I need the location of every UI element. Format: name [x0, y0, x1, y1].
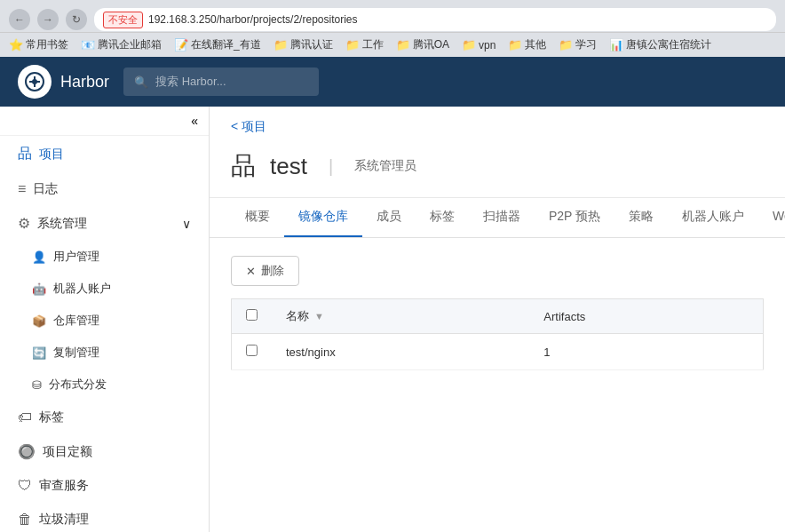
- bookmark-label-4: 工作: [362, 37, 384, 52]
- sidebar-item-robot-accounts[interactable]: 🤖 机器人账户: [0, 273, 209, 305]
- logs-icon: ≡: [18, 181, 26, 197]
- tab-p2p[interactable]: P2P 预热: [535, 198, 615, 237]
- sidebar: « 品 项目 ≡ 日志 ⚙ 系统管理 ∨ 👤 用户管理: [0, 107, 210, 532]
- th-artifacts: Artifacts: [529, 299, 763, 334]
- sidebar-item-projects[interactable]: 品 项目: [0, 136, 209, 172]
- robot-icon: 🤖: [32, 282, 46, 296]
- content-area: < 项目 品 test | 系统管理员 概要 镜像仓库 成员 标签 扫描器 P2…: [210, 107, 785, 532]
- sidebar-item-quota-label: 项目定额: [43, 444, 92, 460]
- tab-repositories[interactable]: 镜像仓库: [284, 198, 362, 237]
- app-title: Harbor: [60, 73, 109, 91]
- bookmark-icon-2: 📝: [174, 38, 188, 52]
- project-role: 系统管理员: [354, 158, 416, 174]
- sidebar-item-project-quota[interactable]: 🔘 项目定额: [0, 434, 209, 469]
- gc-icon: 🗑: [18, 512, 32, 528]
- row-name-cell[interactable]: test/nginx: [272, 334, 529, 370]
- toolbar: ✕ 删除: [231, 256, 764, 286]
- sidebar-item-distribution[interactable]: ⛁ 分布式分发: [0, 369, 209, 401]
- bookmark-icon-5: 📁: [396, 38, 410, 52]
- bookmark-label-2: 在线翻译_有道: [191, 37, 261, 52]
- url-bar[interactable]: 不安全 192.168.3.250/harbor/projects/2/repo…: [94, 8, 776, 31]
- app-layout: Harbor 🔍 搜索 Harbor... « 品 项目 ≡ 日志 ⚙: [0, 57, 785, 532]
- select-all-checkbox[interactable]: [246, 309, 258, 321]
- row-checkbox[interactable]: [246, 345, 258, 356]
- replication-icon: 🔄: [32, 346, 46, 360]
- row-checkbox-cell: [232, 334, 273, 370]
- sidebar-item-logs[interactable]: ≡ 日志: [0, 172, 209, 206]
- sidebar-item-users-label: 用户管理: [53, 249, 99, 265]
- sidebar-item-projects-label: 项目: [39, 147, 64, 163]
- bookmark-icon-9: 📊: [609, 38, 623, 52]
- tab-webhook[interactable]: Webhook: [758, 198, 785, 237]
- delete-icon: ✕: [246, 265, 256, 278]
- bookmark-6[interactable]: 📁 vpn: [462, 38, 496, 52]
- filter-icon[interactable]: ▼: [314, 311, 324, 322]
- bookmark-8[interactable]: 📁 学习: [559, 37, 597, 52]
- bookmark-label-8: 学习: [575, 37, 597, 52]
- table-header-row: 名称 ▼ Artifacts: [232, 299, 764, 334]
- bookmark-icon-6: 📁: [462, 38, 476, 52]
- forward-button[interactable]: →: [37, 9, 59, 30]
- bookmark-2[interactable]: 📝 在线翻译_有道: [174, 37, 261, 52]
- sidebar-item-gc[interactable]: 🗑 垃圾清理: [0, 503, 209, 532]
- project-divider: |: [329, 156, 333, 177]
- sidebar-item-audit-label: 审查服务: [39, 478, 89, 494]
- search-icon: 🔍: [134, 75, 148, 89]
- top-nav: Harbor 🔍 搜索 Harbor...: [0, 57, 785, 107]
- main-area: « 品 项目 ≡ 日志 ⚙ 系统管理 ∨ 👤 用户管理: [0, 107, 785, 532]
- tab-scanner[interactable]: 扫描器: [469, 198, 535, 237]
- bookmark-label-7: 其他: [525, 37, 546, 52]
- sidebar-item-warehouse[interactable]: 📦 仓库管理: [0, 305, 209, 337]
- tabs-bar: 概要 镜像仓库 成员 标签 扫描器 P2P 预热 策略 机器人账户 Webhoo…: [210, 198, 785, 238]
- refresh-button[interactable]: ↻: [66, 9, 87, 30]
- project-name: test: [270, 153, 307, 180]
- search-bar[interactable]: 🔍 搜索 Harbor...: [123, 67, 319, 96]
- tab-robot-accounts[interactable]: 机器人账户: [668, 198, 758, 237]
- sidebar-item-replication[interactable]: 🔄 复制管理: [0, 337, 209, 369]
- sidebar-item-sysadmin-label: 系统管理: [37, 216, 87, 232]
- sysadmin-left: ⚙ 系统管理: [18, 215, 87, 232]
- projects-icon: 品: [18, 145, 32, 163]
- bookmark-9[interactable]: 📊 唐镇公寓住宿统计: [609, 37, 711, 52]
- bookmark-5[interactable]: 📁 腾讯OA: [396, 37, 449, 52]
- tab-policy[interactable]: 策略: [615, 198, 668, 237]
- bookmark-label-6: vpn: [479, 39, 496, 52]
- bookmark-icon-7: 📁: [508, 38, 522, 52]
- collapse-icon: «: [191, 114, 198, 128]
- tab-members[interactable]: 成员: [362, 198, 416, 237]
- sysadmin-icon: ⚙: [18, 215, 30, 232]
- back-button[interactable]: ←: [9, 9, 30, 30]
- sidebar-item-audit[interactable]: 🛡 审查服务: [0, 469, 209, 503]
- bookmark-3[interactable]: 📁 腾讯认证: [274, 37, 333, 52]
- breadcrumb[interactable]: < 项目: [210, 107, 785, 135]
- search-placeholder: 搜索 Harbor...: [155, 74, 226, 90]
- sidebar-item-distribution-label: 分布式分发: [49, 377, 107, 393]
- sidebar-item-robot-label: 机器人账户: [53, 281, 111, 297]
- delete-button[interactable]: ✕ 删除: [231, 256, 299, 286]
- bookmark-0[interactable]: ⭐ 常用书签: [9, 37, 68, 52]
- tab-overview[interactable]: 概要: [231, 198, 284, 237]
- table-section: ✕ 删除 名称: [210, 238, 785, 388]
- logo-area: Harbor: [18, 65, 109, 99]
- bookmark-label-3: 腾讯认证: [290, 37, 333, 52]
- row-artifacts-cell: 1: [529, 334, 763, 370]
- sidebar-item-labels[interactable]: 🏷 标签: [0, 401, 209, 434]
- bookmark-1[interactable]: 📧 腾讯企业邮箱: [81, 37, 162, 52]
- quota-icon: 🔘: [18, 443, 36, 460]
- table-row: test/nginx 1: [232, 334, 764, 370]
- repository-table: 名称 ▼ Artifacts: [231, 298, 764, 370]
- sidebar-item-users[interactable]: 👤 用户管理: [0, 241, 209, 273]
- bookmark-label-1: 腾讯企业邮箱: [98, 37, 162, 52]
- bookmark-label-5: 腾讯OA: [413, 37, 449, 52]
- bookmark-7[interactable]: 📁 其他: [508, 37, 546, 52]
- users-icon: 👤: [32, 250, 46, 264]
- th-name-label: 名称: [286, 308, 309, 324]
- bookmark-icon-3: 📁: [274, 38, 288, 52]
- svg-point-1: [32, 79, 37, 84]
- project-header: 品 test | 系统管理员: [210, 135, 785, 198]
- sidebar-collapse-button[interactable]: «: [0, 107, 209, 136]
- sidebar-item-sysadmin[interactable]: ⚙ 系统管理 ∨: [0, 206, 209, 241]
- bookmark-4[interactable]: 📁 工作: [345, 37, 384, 52]
- tab-labels[interactable]: 标签: [416, 198, 469, 237]
- audit-icon: 🛡: [18, 478, 32, 494]
